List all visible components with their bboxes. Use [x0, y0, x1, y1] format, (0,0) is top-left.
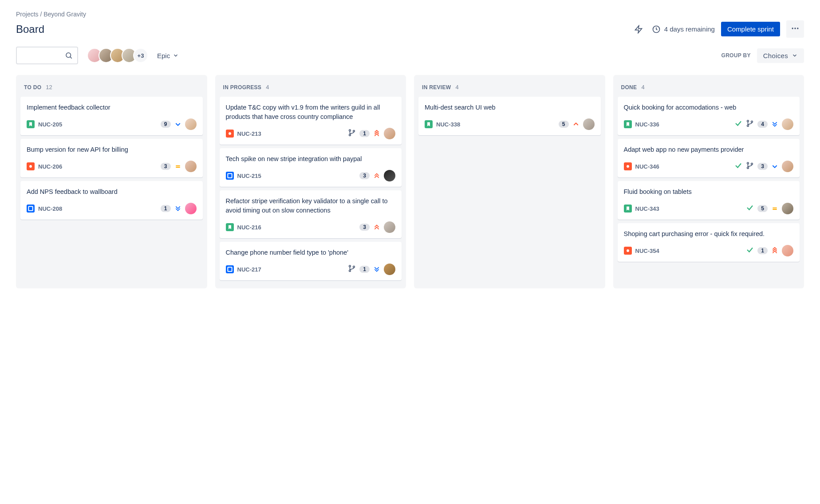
issue-card[interactable]: Quick booking for accomodations - webNUC… [618, 97, 800, 135]
issue-card[interactable]: Shoping cart purchasing error - quick fi… [618, 223, 800, 262]
group-by-select[interactable]: Choices [757, 48, 804, 63]
svg-point-4 [797, 28, 798, 29]
assignee-avatar[interactable] [185, 161, 197, 172]
automation-icon[interactable] [631, 22, 646, 36]
search-box[interactable] [16, 47, 78, 64]
issue-card[interactable]: Bump version for new API for billingNUC-… [20, 139, 203, 177]
assignee-filter: +3 [87, 48, 148, 63]
card-footer-right: 5 [746, 203, 793, 214]
card-footer-right: 1 [348, 264, 395, 275]
search-input[interactable] [24, 52, 65, 59]
card-title: Fluid booking on tablets [624, 187, 794, 197]
issue-key: NUC-346 [635, 163, 659, 170]
epic-filter[interactable]: Epic [157, 52, 179, 59]
task-type-icon [226, 265, 234, 273]
card-footer: NUC-3463 [624, 161, 794, 172]
card-footer-left: NUC-336 [624, 120, 659, 128]
bug-type-icon [226, 130, 234, 138]
group-by-value: Choices [763, 52, 788, 59]
assignee-avatar[interactable] [384, 221, 395, 233]
issue-key: NUC-215 [237, 173, 261, 179]
story-points-badge: 4 [757, 121, 768, 128]
issue-key: NUC-216 [237, 224, 261, 231]
assignee-avatar[interactable] [782, 161, 793, 172]
priority-high-single-icon [572, 121, 580, 128]
assignee-avatar[interactable] [782, 245, 793, 256]
branch-icon [746, 161, 754, 171]
card-footer-left: NUC-213 [226, 130, 261, 138]
chevron-down-icon [173, 52, 179, 59]
issue-card[interactable]: Adapt web app no new payments providerNU… [618, 139, 800, 177]
priority-lowest-icon [373, 266, 380, 273]
issue-key: NUC-343 [635, 205, 659, 212]
svg-point-25 [747, 167, 749, 169]
group-by-label: GROUP BY [721, 52, 751, 59]
done-check-icon [734, 119, 742, 129]
card-footer-left: NUC-338 [425, 120, 460, 128]
svg-point-11 [229, 132, 231, 135]
card-footer-right: 3 [734, 161, 793, 172]
breadcrumb-root[interactable]: Projects [16, 11, 39, 18]
svg-point-21 [747, 125, 749, 126]
issue-card[interactable]: Refactor stripe verification key validat… [220, 190, 402, 238]
column-header: DONE4 [618, 79, 800, 97]
avatar-overflow[interactable]: +3 [133, 48, 148, 63]
assignee-avatar[interactable] [384, 264, 395, 275]
header-actions: 4 days remaining Complete sprint [631, 20, 804, 38]
assignee-avatar[interactable] [782, 203, 793, 214]
assignee-avatar[interactable] [185, 118, 197, 130]
time-remaining: 4 days remaining [652, 25, 715, 34]
issue-card[interactable]: Update T&C copy with v1.9 from the write… [220, 97, 402, 145]
breadcrumb-project[interactable]: Beyond Gravity [43, 11, 86, 18]
column-header: IN PROGRESS4 [220, 79, 402, 97]
task-type-icon [226, 172, 234, 180]
assignee-avatar[interactable] [384, 170, 395, 181]
issue-card[interactable]: Change phone number field type to 'phone… [220, 242, 402, 280]
card-title: Bump version for new API for billing [27, 145, 197, 154]
svg-point-7 [29, 165, 32, 168]
card-title: Refactor stripe verification key validat… [226, 197, 396, 215]
story-type-icon [425, 120, 433, 128]
card-footer-left: NUC-217 [226, 265, 261, 273]
issue-key: NUC-338 [436, 121, 460, 128]
card-title: Adapt web app no new payments provider [624, 145, 794, 154]
bug-type-icon [624, 247, 632, 255]
assignee-avatar[interactable] [384, 128, 395, 139]
bug-type-icon [27, 162, 35, 170]
card-footer-right: 1 [161, 203, 197, 214]
column-count: 4 [641, 84, 644, 91]
card-title: Change phone number field type to 'phone… [226, 248, 396, 257]
card-footer-left: NUC-216 [226, 223, 261, 231]
column-header: IN REVIEW4 [418, 79, 601, 97]
story-points-badge: 9 [161, 121, 171, 128]
breadcrumb: Projects / Beyond Gravity [16, 11, 804, 18]
svg-point-24 [747, 162, 749, 164]
issue-card[interactable]: Add NPS feedback to wallboardNUC-2081 [20, 181, 203, 220]
column-in-review: IN REVIEW4Multi-dest search UI webNUC-33… [414, 75, 605, 288]
search-icon [65, 51, 73, 59]
bug-type-icon [624, 162, 632, 170]
page-title: Board [16, 23, 44, 35]
issue-card[interactable]: Implement feedback collectorNUC-2059 [20, 97, 203, 135]
priority-lowest-icon [771, 121, 778, 128]
assignee-avatar[interactable] [583, 118, 595, 130]
issue-card[interactable]: Multi-dest search UI webNUC-3385 [418, 97, 601, 135]
card-footer-right: 4 [734, 118, 793, 130]
card-footer-left: NUC-354 [624, 247, 659, 255]
assignee-avatar[interactable] [185, 203, 197, 214]
card-title: Multi-dest search UI web [425, 103, 595, 112]
svg-marker-0 [635, 25, 642, 33]
card-footer-right: 3 [161, 161, 197, 172]
svg-point-5 [66, 53, 71, 58]
complete-sprint-button[interactable]: Complete sprint [721, 22, 780, 36]
column-title: DONE [621, 84, 637, 91]
issue-key: NUC-354 [635, 248, 659, 254]
card-title: Implement feedback collector [27, 103, 197, 112]
issue-card[interactable]: Tech spike on new stripe integration wit… [220, 148, 402, 187]
issue-card[interactable]: Fluid booking on tabletsNUC-3435 [618, 181, 800, 220]
more-actions-button[interactable] [786, 20, 804, 38]
svg-point-12 [349, 130, 351, 131]
story-points-badge: 1 [359, 130, 370, 137]
card-footer: NUC-3364 [624, 118, 794, 130]
assignee-avatar[interactable] [782, 118, 793, 130]
